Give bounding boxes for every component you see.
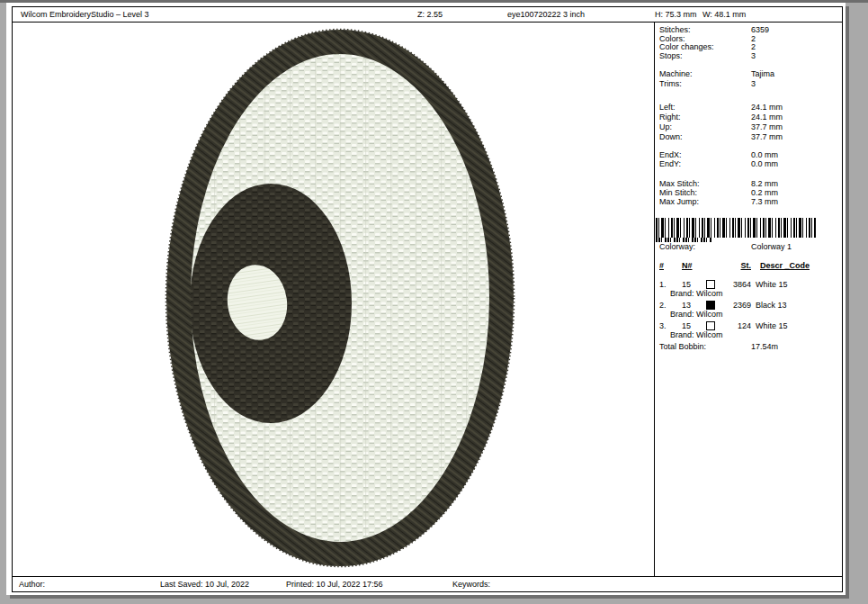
stat-group-endpoint: EndX:0.0 mm EndY:0.0 mm [659,150,840,168]
stat-label: Trims: [659,79,751,89]
stat-row: Max Jump:7.3 mm [659,197,840,206]
stat-group-extents: Left:24.1 mm Right:24.1 mm Up:37.7 mm Do… [659,103,840,142]
col-header-st: St. [740,261,751,270]
stat-label: Max Jump: [659,197,751,206]
stat-value: Tajima [751,69,840,79]
design-canvas [13,23,654,576]
thread-row: 3. 15 124 White 15 Brand: Wilcom [659,321,840,339]
thread-stitch-count: 2369 [720,301,751,310]
stat-value: 3 [751,79,840,89]
stat-label: Left: [659,103,751,113]
col-header-num: # [659,261,664,270]
thread-brand: Brand: Wilcom [659,289,840,298]
stat-value: 2 [751,35,840,44]
stat-row: Trims:3 [659,79,840,89]
total-bobbin-value: 17.54m [751,342,840,351]
keywords-label: Keywords: [452,577,490,591]
author-label: Author: [19,577,45,591]
total-bobbin-row: Total Bobbin: 17.54m [659,342,840,351]
report-header: Wilcom EmbroideryStudio – Level 3 Z: 2.5… [13,7,842,23]
stat-label: Min Stitch: [659,188,751,197]
stat-value: 0.2 mm [751,188,840,197]
print-preview-page: Wilcom EmbroideryStudio – Level 3 Z: 2.5… [6,3,846,595]
thread-swatch [706,321,715,330]
stat-group-machine: Machine:Tajima Trims:3 [659,69,840,89]
col-header-descr: Descr _Code [760,261,810,270]
thread-number: 15 [682,280,702,289]
embroidery-design [13,23,654,576]
stat-label: Stops: [659,52,751,61]
barcode-icon [656,218,816,238]
thread-brand: Brand: Wilcom [659,310,840,319]
thread-stitch-count: 3864 [720,280,751,289]
col-header-n: N# [682,261,693,270]
stat-group-stitch-limits: Max Stitch:8.2 mm Min Stitch:0.2 mm Max … [659,179,840,206]
thread-brand: Brand: Wilcom [659,330,840,339]
last-saved-label: Last Saved: 10 Jul, 2022 [160,577,249,591]
stat-row: Stitches:6359 [659,26,840,35]
thread-number: 15 [682,321,702,330]
stat-value: 24.1 mm [751,113,840,122]
thread-row: 1. 15 3864 White 15 Brand: Wilcom [659,280,840,298]
stat-row: Color changes:2 [659,43,840,52]
stat-value: 8.2 mm [751,179,840,188]
printed-label: Printed: 10 Jul, 2022 17:56 [286,577,383,591]
stat-value: 0.0 mm [751,159,840,168]
stat-label: EndX: [659,150,751,159]
design-width: W: 48.1 mm [702,7,746,22]
thread-description: White 15 [751,321,788,330]
stat-row: Down:37.7 mm [659,132,840,142]
thread-index: 3. [659,321,682,330]
stat-row: Right:24.1 mm [659,113,840,122]
stitch-statistics: Stitches:6359 Colors:2 Color changes:2 S… [659,26,840,206]
stat-row: EndY:0.0 mm [659,159,840,168]
thread-table-header: # N# St. Descr _Code [659,261,840,270]
total-bobbin-label: Total Bobbin: [659,342,751,351]
stat-label: Max Stitch: [659,179,751,188]
thread-table: # N# St. Descr _Code 1. 15 3864 White 15 [659,261,840,351]
stat-row: Stops:3 [659,52,840,61]
stat-row: EndX:0.0 mm [659,150,840,159]
stat-value: 3 [751,52,840,61]
thread-description: Black 13 [751,301,787,310]
zoom-level: Z: 2.55 [417,7,443,22]
colorway-label: Colorway: [659,242,751,251]
report-footer: Author: Last Saved: 10 Jul, 2022 Printed… [13,576,842,591]
stat-row: Up:37.7 mm [659,122,840,132]
app-title: Wilcom EmbroideryStudio – Level 3 [21,7,149,22]
design-height: H: 75.3 mm [655,7,697,22]
stat-row: Left:24.1 mm [659,103,840,113]
thread-stitch-count: 124 [720,321,751,330]
report-table: Wilcom EmbroideryStudio – Level 3 Z: 2.5… [12,6,843,592]
stat-value: 6359 [751,26,840,35]
stat-value: 2 [751,43,840,52]
colorway-value: Colorway 1 [751,242,792,251]
stat-row: Min Stitch:0.2 mm [659,188,840,197]
stat-label: Up: [659,122,751,132]
stat-group-counts: Stitches:6359 Colors:2 Color changes:2 S… [659,26,840,60]
thread-index: 1. [659,280,682,289]
stat-label: Machine: [659,69,751,79]
stat-value: 37.7 mm [751,122,840,132]
thread-description: White 15 [751,280,788,289]
stat-row: Max Stitch:8.2 mm [659,179,840,188]
stats-panel: Stitches:6359 Colors:2 Color changes:2 S… [654,23,842,576]
thread-number: 13 [682,301,702,310]
stat-label: EndY: [659,159,751,168]
stat-value: 7.3 mm [751,197,840,206]
stat-value: 37.7 mm [751,132,840,142]
stat-row: Machine:Tajima [659,69,840,79]
thread-index: 2. [659,301,682,310]
stat-label: Down: [659,132,751,142]
thread-swatch [706,280,715,289]
thread-swatch [706,301,715,310]
stat-label: Right: [659,113,751,122]
stat-value: 0.0 mm [751,150,840,159]
design-filename: eye100720222 3 inch [507,7,585,22]
colorway-row: Colorway: Colorway 1 [659,242,792,251]
thread-row: 2. 13 2369 Black 13 Brand: Wilcom [659,301,840,319]
stat-value: 24.1 mm [751,103,840,113]
report-body: Stitches:6359 Colors:2 Color changes:2 S… [13,23,842,576]
